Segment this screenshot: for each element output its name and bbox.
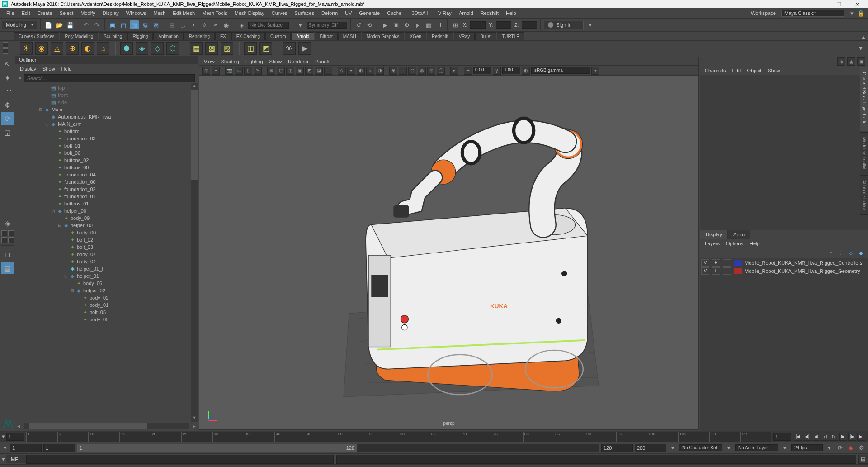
vp-shaded-icon[interactable]: ● xyxy=(347,67,355,75)
render-view-icon[interactable]: ▦ xyxy=(424,20,433,29)
shelf-tab-custom[interactable]: Custom xyxy=(265,32,291,40)
vp-lock-camera-icon[interactable]: ▾ xyxy=(212,67,220,75)
select-object-icon[interactable]: ▦ xyxy=(130,20,139,29)
vp-wireframe-icon[interactable]: ◇ xyxy=(338,67,346,75)
snap-grid-icon[interactable]: ⊞ xyxy=(167,20,176,29)
tree-item-body-06[interactable]: ✦body_06 xyxy=(15,280,198,287)
workspace-options-icon[interactable]: ▾ xyxy=(847,9,856,18)
vp-colorspace-select[interactable]: sRGB gamma xyxy=(531,67,590,74)
render-sequence-icon[interactable]: ⏵ xyxy=(413,20,422,29)
tree-item-side[interactable]: 📹side xyxy=(15,99,198,106)
tree-item-foundation-02[interactable]: ✦foundation_02 xyxy=(15,186,198,193)
new-scene-icon[interactable]: 📄 xyxy=(44,20,53,29)
vp-exposure-field[interactable]: 0.00 xyxy=(473,67,491,74)
history-toggle-icon[interactable]: ⟲ xyxy=(365,20,374,29)
arnold-tx-icon[interactable]: ▦ xyxy=(190,42,203,55)
vp-grease-icon[interactable]: ✎ xyxy=(254,67,262,75)
side-tab-channel-box[interactable]: Channel Box / Layer Editor xyxy=(860,67,868,131)
anim-layer-select[interactable]: No Anim Layer xyxy=(735,444,778,451)
vp-gamma-field[interactable]: 1.00 xyxy=(502,67,520,74)
go-to-end-icon[interactable]: ▶| xyxy=(857,433,865,441)
vp-menu-renderer[interactable]: Renderer xyxy=(288,59,309,64)
tree-expand-icon[interactable]: ⊟ xyxy=(51,209,56,213)
tree-item-bolt-05[interactable]: ✦bolt_05 xyxy=(15,309,198,316)
select-component-icon[interactable]: ▧ xyxy=(141,20,150,29)
menu-redshift[interactable]: Redshift xyxy=(477,10,502,16)
shelf-tab-motion-graphics[interactable]: Motion Graphics xyxy=(362,32,405,40)
menu-v-ray[interactable]: V-Ray xyxy=(434,10,455,16)
scroll-left-arrow-icon[interactable]: ◀ xyxy=(15,424,22,429)
time-ruler[interactable]: 1510152025303540455055606570758085909510… xyxy=(26,432,771,442)
scroll-right-arrow-icon[interactable]: ▶ xyxy=(191,424,198,429)
rp-menu-object[interactable]: Object xyxy=(747,68,761,73)
tree-item-body-00[interactable]: ✦body_00 xyxy=(15,229,198,236)
shelf-tab-animation[interactable]: Animation xyxy=(153,32,183,40)
menu-display[interactable]: Display xyxy=(99,10,123,16)
vp-view-xform-icon[interactable]: ◐ xyxy=(522,67,530,75)
menu-generate[interactable]: Generate xyxy=(355,10,383,16)
menu-select[interactable]: Select xyxy=(56,10,77,16)
vp-safe-title-icon[interactable]: ⬚ xyxy=(324,67,332,75)
fps-dropdown-icon[interactable]: ▾ xyxy=(825,443,834,453)
xform-display-icon[interactable]: ⊞ xyxy=(451,20,460,29)
tree-item-foundation-01[interactable]: ✦foundation_01 xyxy=(15,193,198,200)
vp-textured-icon[interactable]: ◐ xyxy=(357,67,365,75)
symmetry-dropdown-icon[interactable]: ▾ xyxy=(296,20,305,29)
tree-item-autonomous-kmr-iiwa[interactable]: ◆Autonomous_KMR_iiwa xyxy=(15,113,198,120)
cmd-input[interactable] xyxy=(26,455,334,464)
range-end-outer[interactable] xyxy=(635,444,666,452)
shelf-tab-xgen[interactable]: XGen xyxy=(405,32,426,40)
vp-gamma-icon[interactable]: γ xyxy=(493,67,501,75)
tree-item-body-09[interactable]: ✦body_09 xyxy=(15,214,198,222)
tree-item-main-arm[interactable]: ⊟◆MAIN_arm xyxy=(15,120,198,128)
shelf-tab-fx-caching[interactable]: FX Caching xyxy=(231,32,265,40)
arnold-light-icon[interactable]: ☀ xyxy=(20,42,33,55)
outliner-menu-show[interactable]: Show xyxy=(42,66,55,71)
open-scene-icon[interactable]: 📂 xyxy=(55,20,64,29)
menu-edit[interactable]: Edit xyxy=(18,10,34,16)
create-layer-selected-icon[interactable]: ◆ xyxy=(857,249,864,257)
tree-item-bolt-03[interactable]: ✦bolt_03 xyxy=(15,243,198,251)
z-field[interactable] xyxy=(522,21,537,29)
menu-create[interactable]: Create xyxy=(34,10,56,16)
arnold-standin-icon[interactable]: ◇ xyxy=(151,42,164,55)
layer-menu-help[interactable]: Help xyxy=(750,241,760,246)
tree-item-body-01[interactable]: ✦body_01 xyxy=(15,301,198,309)
cmd-language-label[interactable]: MEL xyxy=(6,455,26,463)
tree-item-body-05[interactable]: ✦body_05 xyxy=(15,316,198,323)
time-slider-collapse-icon[interactable]: ▾ xyxy=(0,432,6,441)
make-live-icon[interactable]: ◈ xyxy=(237,20,246,29)
tree-item-foundation-00[interactable]: ✦foundation_00 xyxy=(15,178,198,186)
select-mode-icon[interactable]: ▣ xyxy=(108,20,117,29)
outliner-scrollbar-horizontal[interactable] xyxy=(24,423,189,429)
charset-dropdown-icon[interactable]: ▾ xyxy=(724,443,733,453)
step-back-key-icon[interactable]: ◀| xyxy=(803,433,811,441)
tree-item-body-02[interactable]: ✦body_02 xyxy=(15,294,198,301)
arnold-mesh-light-icon[interactable]: ◬ xyxy=(51,42,63,55)
vp-shadows-icon[interactable]: ◑ xyxy=(376,67,384,75)
arnold-area-light-icon[interactable]: ◉ xyxy=(35,42,48,55)
outliner-menu-help[interactable]: Help xyxy=(61,66,72,71)
view-layout-grid2[interactable] xyxy=(1,237,14,243)
arnold-cube-icon[interactable]: ⬢ xyxy=(120,42,133,55)
vp-film-gate-icon[interactable]: ▢ xyxy=(277,67,285,75)
menu-file[interactable]: File xyxy=(3,10,18,16)
viewport-3d[interactable]: KUKA xyxy=(199,76,698,429)
shelf-tab-rigging[interactable]: Rigging xyxy=(127,32,153,40)
tree-item-buttons-02[interactable]: ✦buttons_02 xyxy=(15,157,198,164)
menu-uv[interactable]: UV xyxy=(341,10,355,16)
arnold-util2-icon[interactable]: ◩ xyxy=(259,42,272,55)
tree-item-body-04[interactable]: ✦body_04 xyxy=(15,258,198,265)
vp-menu-show[interactable]: Show xyxy=(269,59,282,64)
layer-display-type[interactable] xyxy=(723,259,731,267)
go-to-start-icon[interactable]: |◀ xyxy=(794,433,802,441)
vp-xray-icon[interactable]: ○ xyxy=(399,67,407,75)
vp-safe-action-icon[interactable]: ◪ xyxy=(315,67,323,75)
step-back-icon[interactable]: ◀ xyxy=(812,433,820,441)
tree-expand-icon[interactable]: ⊟ xyxy=(44,122,50,126)
render-icon[interactable]: ▶ xyxy=(381,20,390,29)
vp-grid-icon[interactable]: ⊞ xyxy=(267,67,275,75)
arnold-tx2-icon[interactable]: ▩ xyxy=(205,42,218,55)
side-tab-attribute-editor[interactable]: Attribute Editor xyxy=(860,175,868,215)
symmetry-field[interactable]: Symmetry: Off xyxy=(307,22,347,29)
